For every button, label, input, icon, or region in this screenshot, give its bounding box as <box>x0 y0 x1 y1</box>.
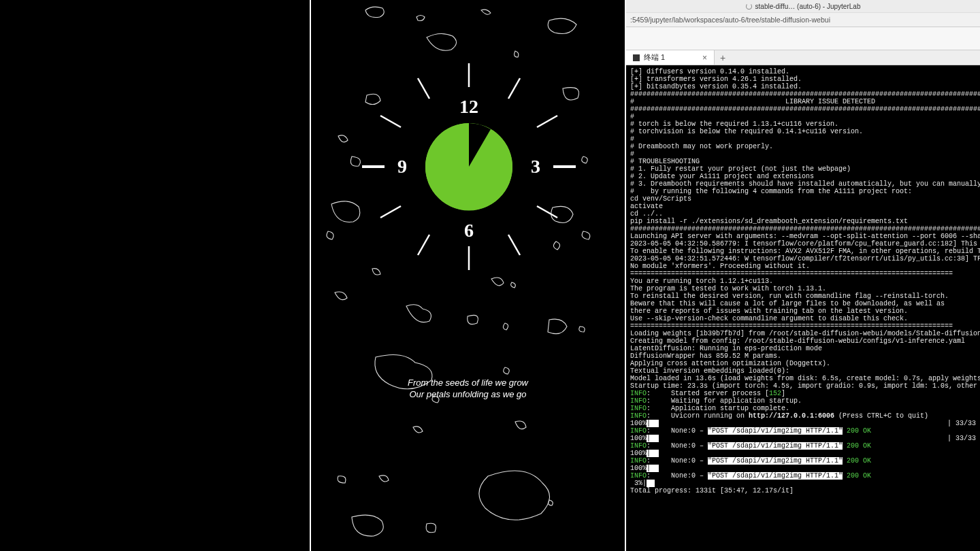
terminal-icon <box>633 54 640 61</box>
svg-line-8 <box>380 116 401 127</box>
clock-3: 3 <box>531 156 540 177</box>
loading-spinner-icon <box>746 3 752 10</box>
poem-line-2: Our petals unfolding as we go <box>311 389 625 401</box>
clock-svg: 12 3 6 9 <box>311 0 627 551</box>
jupyter-panel: stable-diffu… (auto-6) - JupyterLab :545… <box>626 0 980 551</box>
terminal-output[interactable]: [+] diffusers version 0.14.0 installed.[… <box>626 65 980 551</box>
address-bar[interactable]: :5459/jupyter/lab/workspaces/auto-6/tree… <box>626 12 980 27</box>
clock-9: 9 <box>397 156 407 177</box>
jupyter-tabbar: 终端 1 × + <box>626 50 980 65</box>
page-title: stable-diffu… (auto-6) - JupyterLab <box>755 3 861 10</box>
address-bar-text: :5459/jupyter/lab/workspaces/auto-6/tree… <box>630 16 830 24</box>
svg-line-3 <box>537 206 557 218</box>
jupyter-toolbar <box>626 27 980 50</box>
debris-group <box>327 7 590 536</box>
svg-line-2 <box>537 116 557 127</box>
poem: From the seeds of life we grow Our petal… <box>311 378 625 401</box>
tab-label: 终端 1 <box>644 52 665 63</box>
left-black-panel <box>0 0 310 551</box>
clock-panel: 12 3 6 9 From the seeds of life we grow … <box>310 0 626 551</box>
clock-12: 12 <box>459 96 478 117</box>
poem-line-1: From the seeds of life we grow <box>311 378 625 389</box>
svg-line-4 <box>508 235 520 255</box>
svg-line-7 <box>380 206 401 218</box>
svg-line-1 <box>508 78 520 99</box>
tab-terminal-1[interactable]: 终端 1 × <box>626 50 715 65</box>
clock-6: 6 <box>464 220 474 241</box>
svg-line-9 <box>418 78 429 99</box>
browser-tab-title: stable-diffu… (auto-6) - JupyterLab <box>626 0 980 12</box>
svg-line-6 <box>418 235 429 255</box>
close-icon[interactable]: × <box>702 53 707 63</box>
new-tab-button[interactable]: + <box>715 50 731 65</box>
